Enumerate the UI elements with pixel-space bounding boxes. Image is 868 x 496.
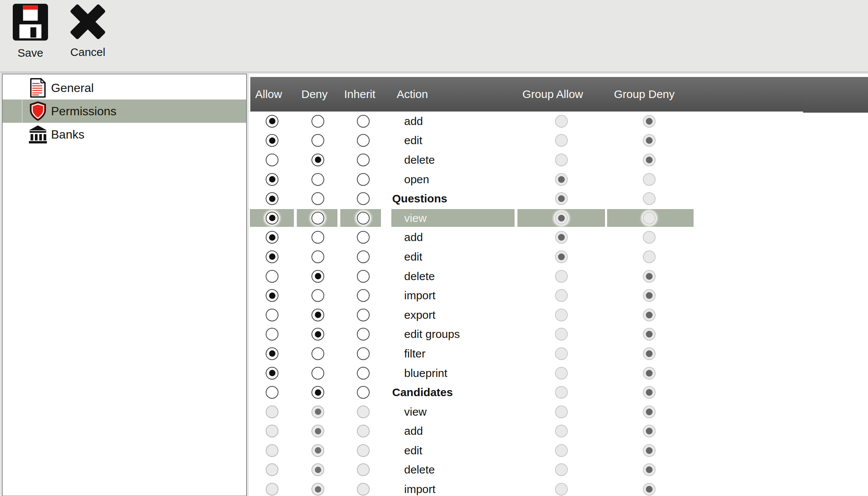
inherit-radio[interactable] xyxy=(357,154,370,166)
action-label: Candidates xyxy=(392,386,453,399)
group-deny-radio xyxy=(643,192,656,205)
inherit-radio[interactable] xyxy=(357,347,370,360)
action-label: open xyxy=(404,173,429,186)
group-deny-radio xyxy=(643,212,656,225)
inherit-radio[interactable] xyxy=(357,173,370,186)
group-allow-radio xyxy=(555,289,568,302)
table-row: edit xyxy=(249,247,868,267)
action-label: delete xyxy=(404,270,435,283)
group-deny-radio xyxy=(643,115,656,128)
inherit-radio[interactable] xyxy=(357,134,370,147)
inherit-radio[interactable] xyxy=(357,115,370,128)
allow-radio[interactable] xyxy=(266,309,278,321)
column-header-action: Action xyxy=(397,77,428,112)
column-header-group-deny: Group Deny xyxy=(614,77,675,112)
inherit-radio[interactable] xyxy=(357,212,370,225)
inherit-radio[interactable] xyxy=(357,192,370,205)
save-button[interactable]: Save xyxy=(8,4,53,59)
bank-icon-svg xyxy=(29,125,47,144)
group-allow-radio xyxy=(555,425,568,437)
inherit-radio[interactable] xyxy=(357,231,370,244)
deny-radio[interactable] xyxy=(311,212,324,225)
sidebar-item-permissions[interactable]: Permissions xyxy=(3,100,246,123)
action-label: view xyxy=(404,212,427,225)
allow-radio[interactable] xyxy=(266,328,278,341)
inherit-radio[interactable] xyxy=(357,386,370,399)
group-deny-radio xyxy=(643,386,656,399)
inherit-radio xyxy=(357,463,370,476)
action-label: add xyxy=(404,425,423,437)
group-deny-radio xyxy=(643,289,656,302)
allow-radio xyxy=(266,425,278,437)
deny-radio[interactable] xyxy=(311,192,324,205)
action-label: delete xyxy=(404,463,435,476)
group-deny-radio xyxy=(643,309,656,321)
group-deny-radio xyxy=(643,463,656,476)
deny-radio[interactable] xyxy=(311,134,324,147)
sidebar-item-general[interactable]: General xyxy=(3,76,246,100)
allow-radio[interactable] xyxy=(266,173,278,186)
deny-radio[interactable] xyxy=(311,309,324,321)
sidebar-item-label: General xyxy=(51,81,94,95)
allow-radio[interactable] xyxy=(266,192,278,205)
group-allow-radio xyxy=(555,386,568,399)
group-allow-radio xyxy=(555,115,568,128)
deny-radio[interactable] xyxy=(311,154,324,166)
group-deny-radio xyxy=(643,328,656,341)
sidebar-item-banks[interactable]: Banks xyxy=(3,123,246,146)
deny-radio[interactable] xyxy=(311,328,324,341)
deny-radio[interactable] xyxy=(311,115,324,128)
allow-radio[interactable] xyxy=(266,231,278,244)
group-deny-radio xyxy=(643,425,656,437)
allow-radio[interactable] xyxy=(266,347,278,360)
table-row: delete xyxy=(249,460,868,480)
save-icon xyxy=(13,4,48,42)
table-row: import xyxy=(249,479,868,496)
cancel-button[interactable]: Cancel xyxy=(62,4,113,58)
group-allow-radio xyxy=(555,250,568,263)
allow-radio[interactable] xyxy=(266,134,278,147)
inherit-radio[interactable] xyxy=(357,250,370,263)
deny-radio[interactable] xyxy=(311,386,324,399)
group-deny-radio xyxy=(643,347,656,360)
allow-radio[interactable] xyxy=(266,386,278,399)
deny-radio[interactable] xyxy=(311,367,324,380)
sidebar: General Permissions Banks xyxy=(2,74,247,496)
group-deny-radio xyxy=(643,444,656,457)
action-label: Questions xyxy=(392,192,447,205)
bank-icon xyxy=(28,124,48,145)
deny-radio[interactable] xyxy=(311,173,324,186)
action-label: view xyxy=(404,406,427,418)
deny-radio[interactable] xyxy=(311,231,324,244)
inherit-radio[interactable] xyxy=(357,270,370,283)
allow-radio[interactable] xyxy=(266,154,278,166)
group-allow-radio xyxy=(555,406,568,418)
action-label: add xyxy=(404,115,423,128)
inherit-radio xyxy=(357,406,370,418)
allow-radio[interactable] xyxy=(266,115,278,128)
cancel-button-label: Cancel xyxy=(70,47,105,58)
deny-radio[interactable] xyxy=(311,270,324,283)
inherit-radio[interactable] xyxy=(357,328,370,341)
allow-radio[interactable] xyxy=(266,270,278,283)
deny-radio[interactable] xyxy=(311,347,324,360)
group-deny-radio xyxy=(643,483,656,496)
deny-radio[interactable] xyxy=(311,250,324,263)
inherit-radio[interactable] xyxy=(357,367,370,380)
inherit-radio[interactable] xyxy=(357,309,370,321)
allow-radio[interactable] xyxy=(266,212,278,225)
action-label: delete xyxy=(404,154,435,166)
group-allow-radio xyxy=(555,192,568,205)
deny-radio[interactable] xyxy=(311,289,324,302)
permissions-grid: Allow Deny Inherit Action Group Allow Gr… xyxy=(249,74,868,496)
allow-radio[interactable] xyxy=(266,250,278,263)
allow-radio[interactable] xyxy=(266,289,278,302)
group-allow-radio xyxy=(555,270,568,283)
cancel-icon xyxy=(70,4,106,41)
group-allow-radio xyxy=(555,367,568,380)
inherit-radio[interactable] xyxy=(357,289,370,302)
group-allow-radio xyxy=(555,231,568,244)
allow-radio[interactable] xyxy=(266,367,278,380)
table-row: Candidates xyxy=(249,383,868,402)
group-allow-radio xyxy=(555,173,568,186)
